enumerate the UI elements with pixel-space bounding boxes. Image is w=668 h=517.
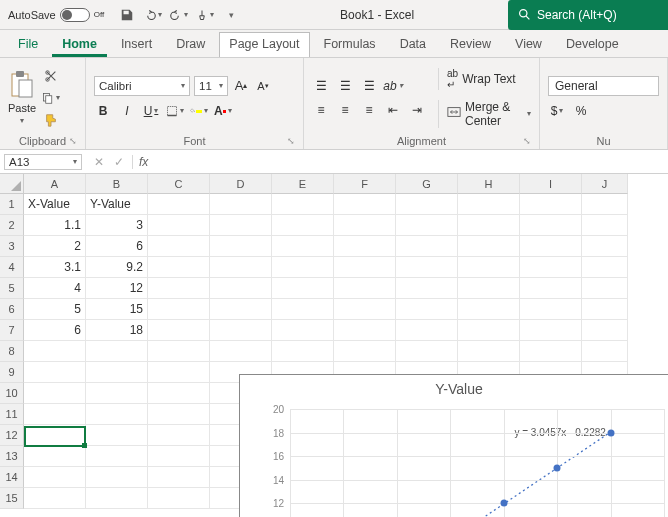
cell[interactable]	[86, 362, 148, 383]
cell[interactable]	[458, 341, 520, 362]
cell[interactable]	[86, 341, 148, 362]
cell[interactable]	[334, 215, 396, 236]
paste-button[interactable]: Paste ▾	[8, 70, 36, 125]
cell[interactable]	[582, 257, 628, 278]
tab-file[interactable]: File	[8, 32, 48, 57]
cell[interactable]	[24, 404, 86, 425]
cell[interactable]	[148, 488, 210, 509]
chart-title[interactable]: Y-Value	[240, 375, 668, 399]
cell[interactable]	[272, 236, 334, 257]
percent-icon[interactable]: %	[572, 102, 590, 120]
cell[interactable]	[582, 341, 628, 362]
column-header[interactable]: H	[458, 174, 520, 194]
cell[interactable]	[210, 320, 272, 341]
cell[interactable]	[396, 278, 458, 299]
data-point[interactable]	[554, 465, 561, 472]
align-right-icon[interactable]: ≡	[360, 101, 378, 119]
cell[interactable]: 3.1	[24, 257, 86, 278]
align-bottom-icon[interactable]: ☰	[360, 77, 378, 95]
cell[interactable]	[334, 299, 396, 320]
cell[interactable]	[582, 194, 628, 215]
copy-icon[interactable]	[42, 89, 60, 107]
cell[interactable]	[396, 320, 458, 341]
cell[interactable]	[24, 362, 86, 383]
cell[interactable]	[520, 194, 582, 215]
cell[interactable]	[582, 299, 628, 320]
tab-formulas[interactable]: Formulas	[314, 32, 386, 57]
tab-page-layout[interactable]: Page Layout	[219, 32, 309, 57]
align-center-icon[interactable]: ≡	[336, 101, 354, 119]
column-header[interactable]: G	[396, 174, 458, 194]
cell[interactable]	[458, 215, 520, 236]
column-header[interactable]: I	[520, 174, 582, 194]
bold-button[interactable]: B	[94, 102, 112, 120]
cell[interactable]	[86, 383, 148, 404]
cell[interactable]	[396, 194, 458, 215]
cell[interactable]	[210, 257, 272, 278]
cell[interactable]: 4	[24, 278, 86, 299]
cell[interactable]: 18	[86, 320, 148, 341]
cell[interactable]	[210, 236, 272, 257]
cell[interactable]	[582, 320, 628, 341]
cell[interactable]	[148, 215, 210, 236]
tab-insert[interactable]: Insert	[111, 32, 162, 57]
row-header[interactable]: 3	[0, 236, 24, 257]
border-icon[interactable]	[166, 102, 184, 120]
fill-color-icon[interactable]	[190, 102, 208, 120]
autosave-toggle[interactable]: AutoSave Off	[0, 8, 112, 22]
row-header[interactable]: 13	[0, 446, 24, 467]
cell[interactable]	[272, 278, 334, 299]
cell[interactable]	[334, 320, 396, 341]
qat-dropdown-icon[interactable]: ▾	[222, 6, 240, 24]
row-header[interactable]: 12	[0, 425, 24, 446]
cell[interactable]	[24, 425, 86, 446]
dialog-launcher-icon[interactable]: ⤡	[287, 136, 295, 146]
column-header[interactable]: B	[86, 174, 148, 194]
cell[interactable]	[272, 215, 334, 236]
cell[interactable]	[148, 320, 210, 341]
column-header[interactable]: D	[210, 174, 272, 194]
cell[interactable]	[520, 341, 582, 362]
cell[interactable]	[458, 236, 520, 257]
cell[interactable]	[148, 383, 210, 404]
tab-home[interactable]: Home	[52, 32, 107, 57]
cell[interactable]	[24, 383, 86, 404]
cell[interactable]	[520, 236, 582, 257]
row-header[interactable]: 1	[0, 194, 24, 215]
cell[interactable]	[24, 341, 86, 362]
cell[interactable]	[272, 257, 334, 278]
font-name-select[interactable]: Calibri▾	[94, 76, 190, 96]
align-top-icon[interactable]: ☰	[312, 77, 330, 95]
font-size-select[interactable]: 11▾	[194, 76, 228, 96]
search-box[interactable]: Search (Alt+Q)	[508, 0, 668, 30]
cell[interactable]	[148, 362, 210, 383]
cell[interactable]: 9.2	[86, 257, 148, 278]
cell[interactable]: 15	[86, 299, 148, 320]
cell[interactable]	[148, 278, 210, 299]
tab-review[interactable]: Review	[440, 32, 501, 57]
cell[interactable]	[582, 236, 628, 257]
cell[interactable]	[520, 299, 582, 320]
tab-draw[interactable]: Draw	[166, 32, 215, 57]
cell[interactable]	[272, 194, 334, 215]
cell[interactable]	[86, 446, 148, 467]
decrease-font-icon[interactable]: A▾	[254, 77, 272, 95]
dialog-launcher-icon[interactable]: ⤡	[523, 136, 531, 146]
cell[interactable]	[272, 320, 334, 341]
cell[interactable]	[24, 488, 86, 509]
cell[interactable]	[520, 215, 582, 236]
save-icon[interactable]	[118, 6, 136, 24]
indent-decrease-icon[interactable]: ⇤	[384, 101, 402, 119]
cell[interactable]	[396, 215, 458, 236]
cell[interactable]	[458, 257, 520, 278]
row-header[interactable]: 11	[0, 404, 24, 425]
worksheet[interactable]: 123456789101112131415 ABCDEFGHIJ X-Value…	[0, 174, 668, 509]
undo-icon[interactable]	[144, 6, 162, 24]
merge-center-button[interactable]: Merge & Center	[438, 100, 531, 128]
number-format-select[interactable]: General	[548, 76, 659, 96]
cell[interactable]	[458, 194, 520, 215]
cell[interactable]	[582, 278, 628, 299]
redo-icon[interactable]	[170, 6, 188, 24]
row-header[interactable]: 5	[0, 278, 24, 299]
name-box[interactable]: A13▾	[4, 154, 82, 170]
